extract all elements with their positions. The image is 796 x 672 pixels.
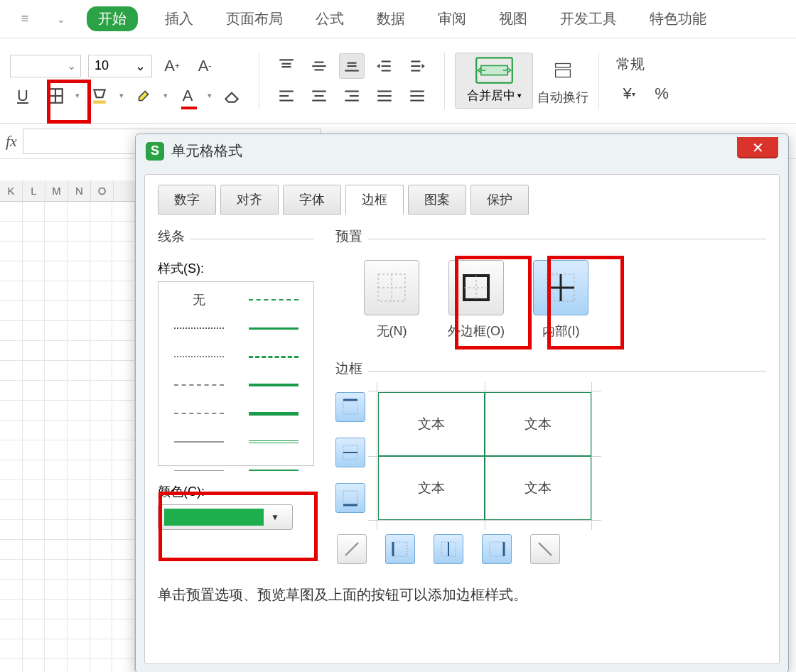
border-diag-up-button[interactable] <box>337 534 367 564</box>
border-hmid-button[interactable] <box>335 438 365 467</box>
menu-bar: ≡ ⌄ 开始 插入 页面布局 公式 数据 审阅 视图 开发工具 特色功能 <box>0 0 796 38</box>
column-header[interactable]: K <box>0 180 23 201</box>
border-diag-down-button[interactable] <box>530 534 560 564</box>
dialog-tab-保护[interactable]: 保护 <box>470 185 529 215</box>
font-color-icon[interactable]: A <box>175 83 200 109</box>
menu-tab-开发工具[interactable]: 开发工具 <box>554 8 623 30</box>
dialog-tab-边框[interactable]: 边框 <box>345 185 404 215</box>
sheet-grid[interactable]: KLMNO <box>0 180 135 672</box>
cell-format-dialog: S 单元格格式 ✕ 数字对齐字体边框图案保护 线条 样式(S): 无 <box>135 134 789 672</box>
preset-label: 无(N) <box>377 323 407 340</box>
hint-text: 单击预置选项、预览草图及上面的按钮可以添加边框样式。 <box>158 585 766 605</box>
border-top-button[interactable] <box>335 392 365 422</box>
svg-line-60 <box>539 543 552 556</box>
column-header[interactable]: L <box>23 180 45 201</box>
border-vmid-button[interactable] <box>434 534 463 564</box>
eraser-icon[interactable] <box>219 83 244 109</box>
font-size-select[interactable]: 10⌄ <box>88 55 152 77</box>
border-preview[interactable]: 文本 文本 文本 文本 <box>378 392 591 520</box>
preview-cell: 文本 <box>485 456 591 520</box>
align-left-icon[interactable] <box>274 83 299 109</box>
svg-rect-37 <box>556 70 571 77</box>
merge-center-button[interactable]: 合并居中▾ <box>455 53 533 109</box>
line-style-picker[interactable]: 无 <box>158 281 314 466</box>
increase-indent-icon[interactable] <box>404 53 430 79</box>
distribute-icon[interactable] <box>404 83 430 109</box>
percent-icon[interactable]: % <box>649 81 674 107</box>
border-section-label: 边框 <box>335 359 362 378</box>
decrease-font-icon[interactable]: A- <box>192 53 217 79</box>
font-family-select[interactable]: ⌄ <box>10 55 81 77</box>
increase-font-icon[interactable]: A+ <box>159 53 185 79</box>
align-top-icon[interactable] <box>274 53 299 79</box>
number-format-select[interactable]: 常规 <box>616 55 674 74</box>
style-label: 样式(S): <box>158 260 314 277</box>
svg-rect-47 <box>343 400 357 414</box>
highlight-border-button <box>47 80 91 124</box>
menu-tab-视图[interactable]: 视图 <box>493 8 533 30</box>
preview-cell: 文本 <box>378 456 485 520</box>
svg-rect-58 <box>490 542 504 556</box>
preset-none-button[interactable] <box>364 260 419 315</box>
decrease-indent-icon[interactable] <box>372 53 397 79</box>
dialog-tab-数字[interactable]: 数字 <box>158 185 216 215</box>
column-header[interactable]: M <box>45 180 68 201</box>
column-header[interactable]: N <box>68 180 91 201</box>
highlight-inner-preset <box>547 256 624 349</box>
border-bottom-button[interactable] <box>335 483 365 513</box>
ribbon-toolbar: ⌄ 10⌄ A+ A- U ▾ ▾ ▾ A ▾ <box>0 38 796 124</box>
menu-tab-页面布局[interactable]: 页面布局 <box>220 8 289 30</box>
preview-cell: 文本 <box>485 392 591 456</box>
wrap-text-icon[interactable] <box>549 56 577 85</box>
dialog-tab-字体[interactable]: 字体 <box>283 185 341 215</box>
qat-dropdown-icon[interactable]: ⌄ <box>57 13 65 25</box>
wps-logo-icon: S <box>146 142 164 161</box>
align-right-icon[interactable] <box>339 83 365 109</box>
dialog-title: 单元格格式 <box>171 141 242 161</box>
menu-tab-特色功能[interactable]: 特色功能 <box>644 8 712 30</box>
wrap-text-label[interactable]: 自动换行 <box>537 89 588 106</box>
svg-rect-54 <box>393 542 407 556</box>
border-left-button[interactable] <box>385 534 415 564</box>
underline-icon[interactable]: U <box>10 83 36 109</box>
preview-cell: 文本 <box>378 392 485 456</box>
align-bottom-icon[interactable] <box>339 53 365 79</box>
menu-tab-插入[interactable]: 插入 <box>159 8 199 30</box>
close-button[interactable]: ✕ <box>737 137 778 158</box>
align-center-icon[interactable] <box>306 83 332 109</box>
svg-rect-51 <box>343 491 357 505</box>
highlight-color-select <box>158 492 318 561</box>
align-middle-icon[interactable] <box>306 53 332 79</box>
highlight-icon[interactable] <box>131 83 156 109</box>
svg-rect-36 <box>556 63 571 67</box>
menu-tab-开始[interactable]: 开始 <box>87 6 138 31</box>
highlight-outline-preset <box>455 256 532 349</box>
app-menu-icon[interactable]: ≡ <box>14 9 36 30</box>
svg-line-53 <box>345 543 358 556</box>
dialog-tab-图案[interactable]: 图案 <box>408 185 466 215</box>
column-header[interactable]: O <box>91 180 114 201</box>
border-right-button[interactable] <box>482 534 512 564</box>
menu-tab-数据[interactable]: 数据 <box>371 8 411 30</box>
preset-section-label: 预置 <box>335 227 362 246</box>
fx-label: fx <box>6 132 17 151</box>
currency-icon[interactable]: ¥▾ <box>616 81 642 107</box>
svg-rect-3 <box>93 100 105 103</box>
menu-tab-审阅[interactable]: 审阅 <box>432 8 472 30</box>
line-section-label: 线条 <box>158 227 185 246</box>
menu-tab-公式[interactable]: 公式 <box>310 8 350 30</box>
justify-icon[interactable] <box>372 83 397 109</box>
dialog-tab-对齐[interactable]: 对齐 <box>220 185 279 215</box>
